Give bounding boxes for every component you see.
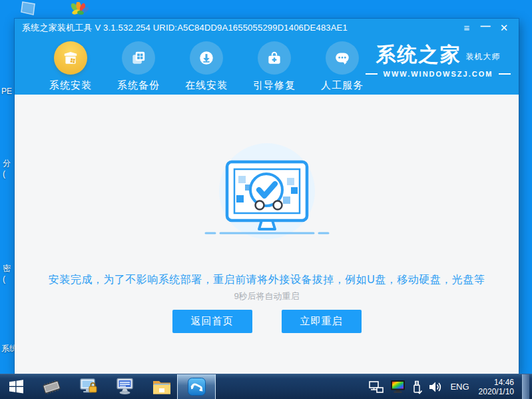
support-chat-icon	[326, 41, 359, 75]
desktop-icon-label-fragment: 分	[3, 159, 11, 168]
installer-app-icon	[187, 377, 206, 396]
volume-tray-icon[interactable]	[428, 380, 443, 394]
monitor-keyboard-icon	[115, 378, 135, 396]
taskbar-app-memory-tool[interactable]	[37, 374, 67, 399]
nav-item-boot-repair[interactable]: 引导修复	[240, 37, 308, 95]
desktop: PE 分 ( 密 ( 系统 系统之家装机工具 V 3.1.532.254 URI…	[0, 0, 532, 399]
monitor-lock-icon	[79, 378, 99, 396]
menu-button[interactable]: ≡	[457, 20, 476, 36]
nav-item-label: 在线安装	[185, 79, 228, 92]
nav-item-label: 引导修复	[253, 79, 296, 92]
menu-icon: ≡	[464, 23, 470, 33]
title-bar: 系统之家装机工具 V 3.1.532.254 URID:A5C84DD9A165…	[15, 19, 519, 37]
usb-device-tray-icon[interactable]	[411, 380, 422, 394]
taskbar-app-locked-pc[interactable]	[73, 374, 104, 399]
desktop-icon-label-fragment: 密	[3, 264, 11, 273]
clock-time: 14:46	[479, 378, 514, 387]
taskbar: ENG 14:46 2020/1/10	[0, 374, 532, 399]
desktop-icon-label-fragment: (	[3, 169, 5, 179]
brand-website-row: WWW.WINDOWSZJ.COM	[366, 70, 511, 78]
network-tray-icon[interactable]	[368, 380, 384, 394]
backup-copy-icon	[122, 41, 155, 75]
minimize-button[interactable]: —	[476, 20, 495, 36]
restart-now-button[interactable]: 立即重启	[282, 310, 362, 333]
main-content: 安装完成，为了不影响系统部署，重启前请将外接设备拔掉，例如U盘，移动硬盘，光盘等…	[15, 95, 519, 374]
nav-item-system-backup[interactable]: 系统备份	[105, 37, 172, 95]
windows-logo-icon	[7, 378, 25, 396]
brand-name: 系统之家	[376, 45, 461, 65]
close-button[interactable]: ✕	[495, 20, 513, 36]
desktop-icon-label-fragment: (	[3, 274, 5, 284]
brand-underline-dash	[366, 73, 378, 75]
action-buttons: 返回首页 立即重启	[15, 310, 519, 333]
desktop-monitor-icon[interactable]	[20, 1, 39, 19]
nav-item-system-install[interactable]: 系统安装	[37, 37, 105, 95]
taskbar-app-keyboard-tool[interactable]	[110, 374, 140, 399]
nav-bar: 系统安装 系统备份 在线安装 引导修复	[15, 37, 519, 95]
online-download-icon	[190, 41, 223, 75]
monitor-checkmark-icon	[200, 143, 334, 243]
start-button[interactable]	[1, 374, 31, 399]
boot-repair-toolbox-icon	[258, 41, 291, 75]
close-icon: ✕	[500, 23, 509, 33]
language-indicator[interactable]: ENG	[449, 382, 470, 392]
installer-window: 系统之家装机工具 V 3.1.532.254 URID:A5C84DD9A165…	[15, 19, 519, 374]
folder-icon	[152, 378, 172, 396]
brand-underline-dash	[499, 73, 511, 75]
brand-website: WWW.WINDOWSZJ.COM	[384, 70, 493, 78]
desktop-icon-label-fragment: PE	[1, 87, 12, 96]
brand-tagline: 装机大师	[466, 51, 501, 65]
minimize-icon: —	[481, 21, 491, 31]
install-box-icon	[54, 41, 87, 75]
system-tray: ENG 14:46 2020/1/10	[368, 374, 532, 399]
memory-chip-icon	[41, 378, 63, 396]
install-complete-message: 安装完成，为了不影响系统部署，重启前请将外接设备拔掉，例如U盘，移动硬盘，光盘等	[15, 273, 519, 287]
nav-item-online-install[interactable]: 在线安装	[172, 37, 240, 95]
nav-item-label: 系统安装	[49, 79, 92, 92]
taskbar-app-file-explorer[interactable]	[146, 374, 177, 399]
window-title: 系统之家装机工具 V 3.1.532.254 URID:A5C84DD9A165…	[22, 22, 348, 34]
show-desktop-button[interactable]	[522, 374, 529, 399]
nav-item-label: 人工服务	[321, 79, 364, 92]
taskbar-clock[interactable]: 14:46 2020/1/10	[477, 378, 516, 396]
window-controls: ≡ — ✕	[457, 20, 513, 36]
return-home-button[interactable]: 返回首页	[172, 310, 252, 333]
install-complete-illustration	[200, 143, 334, 246]
display-color-tray-icon[interactable]	[390, 380, 405, 394]
nav-item-label: 系统备份	[117, 79, 160, 92]
clock-date: 2020/1/10	[479, 387, 514, 396]
brand-logo: 系统之家 装机大师 WWW.WINDOWSZJ.COM	[366, 45, 511, 78]
restart-countdown: 9秒后将自动重启	[15, 290, 519, 302]
taskbar-app-installer-active[interactable]	[177, 374, 216, 399]
